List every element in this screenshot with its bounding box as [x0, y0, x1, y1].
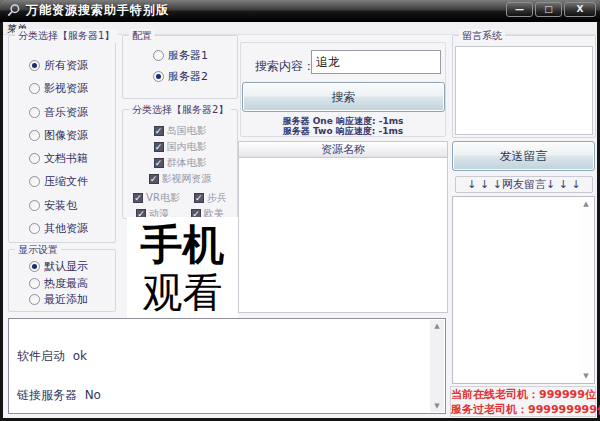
- radio-all-resources[interactable]: 所有资源: [29, 58, 113, 73]
- group-config: 配置 服务器1 服务器2: [122, 35, 238, 99]
- radio-document-resources[interactable]: 文档书籍: [29, 151, 113, 166]
- maximize-button[interactable]: □: [535, 2, 562, 17]
- checkbox-movie-site-resources[interactable]: 影视网资源: [149, 172, 212, 186]
- radio-dot: [29, 294, 40, 305]
- server-two-status: 服务器 Two 响应速度: -1ms: [241, 125, 445, 138]
- log-line-server: 链接服务器 No: [17, 389, 101, 402]
- results-list[interactable]: 资源名称: [238, 141, 448, 313]
- radio-dot: [153, 71, 164, 82]
- checkbox-box: [154, 126, 164, 136]
- checkbox-box: [194, 193, 204, 203]
- scroll-up-icon[interactable]: ▲: [434, 322, 439, 330]
- checkbox-group-movies[interactable]: 群体电影: [154, 156, 207, 170]
- group-display-title: 显示设置: [15, 243, 61, 257]
- user-comments-label: ↓ ↓ ↓网友留言↓ ↓ ↓: [455, 176, 593, 193]
- group-display-settings: 显示设置 默认显示 热度最高 最近添加: [8, 249, 116, 312]
- radio-dot: [29, 200, 40, 211]
- app-window: 万能资源搜索助手特别版 — □ X 菜单 分类选择【服务器1】 所有资源 影视资…: [0, 0, 600, 421]
- radio-image-resources[interactable]: 图像资源: [29, 128, 113, 143]
- checkbox-box: [133, 193, 143, 203]
- log-scrollbar[interactable]: ▲ ▼: [430, 320, 444, 412]
- radio-dot: [29, 153, 40, 164]
- user-comments-area[interactable]: ▲ ▼: [452, 196, 595, 384]
- checkbox-vr-movies[interactable]: VR电影: [133, 191, 180, 205]
- log-line-startup: 软件启动 ok: [17, 350, 101, 363]
- radio-hottest[interactable]: 热度最高: [29, 276, 113, 291]
- scroll-down-icon[interactable]: ▼: [583, 372, 588, 380]
- group-server1-categories: 分类选择【服务器1】 所有资源 影视资源 音乐资源 图像资源 文档书籍 压缩文件…: [8, 35, 116, 243]
- radio-dot: [29, 130, 40, 141]
- log-area[interactable]: 软件启动 ok 链接服务器 No ▲ ▼: [8, 318, 446, 414]
- group-config-title: 配置: [129, 29, 155, 43]
- radio-dot: [29, 261, 40, 272]
- comments-scrollbar[interactable]: ▲ ▼: [579, 198, 593, 382]
- group-message-title: 留言系统: [459, 29, 505, 43]
- radio-dot: [29, 278, 40, 289]
- radio-music-resources[interactable]: 音乐资源: [29, 105, 113, 120]
- watermark-line1: 手机: [141, 221, 225, 269]
- scroll-down-icon[interactable]: ▼: [434, 402, 439, 410]
- search-panel: 搜索内容： 搜索 服务器 One 响应速度: -1ms 服务器 Two 响应速度…: [240, 42, 446, 137]
- radio-dot: [29, 60, 40, 71]
- online-drivers-count: 当前在线老司机：999999位: [451, 387, 595, 402]
- search-button[interactable]: 搜索: [242, 82, 445, 112]
- checkbox-bubing[interactable]: 步兵: [194, 191, 227, 205]
- served-drivers-count: 服务过老司机：999999999位: [451, 402, 595, 417]
- checkbox-island-movies[interactable]: 岛国电影: [154, 124, 207, 138]
- minimize-button[interactable]: —: [506, 2, 533, 17]
- window-title: 万能资源搜索助手特别版: [26, 2, 169, 19]
- search-input[interactable]: [311, 50, 441, 74]
- checkbox-domestic-movies[interactable]: 国内电影: [154, 140, 207, 154]
- radio-video-resources[interactable]: 影视资源: [29, 81, 113, 96]
- radio-server1[interactable]: 服务器1: [153, 48, 208, 63]
- message-input-area[interactable]: [455, 46, 593, 135]
- search-icon: [6, 3, 21, 18]
- search-label: 搜索内容：: [255, 58, 315, 75]
- mobile-watch-watermark: 手机 观看: [127, 217, 238, 318]
- radio-default-display[interactable]: 默认显示: [29, 259, 113, 274]
- radio-archive-resources[interactable]: 压缩文件: [29, 174, 113, 189]
- radio-dot: [29, 83, 40, 94]
- radio-dot: [29, 107, 40, 118]
- title-bar: 万能资源搜索助手特别版 — □ X: [0, 0, 600, 22]
- watermark-line2: 观看: [143, 269, 223, 315]
- client-area: 菜单 分类选择【服务器1】 所有资源 影视资源 音乐资源 图像资源 文档书籍 压…: [3, 22, 597, 418]
- radio-dot: [29, 176, 40, 187]
- send-message-button[interactable]: 发送留言: [452, 141, 595, 171]
- results-header[interactable]: 资源名称: [238, 141, 448, 158]
- checkbox-box: [149, 174, 159, 184]
- radio-recently-added[interactable]: 最近添加: [29, 292, 113, 307]
- group-server1-title: 分类选择【服务器1】: [15, 29, 117, 43]
- radio-installer-resources[interactable]: 安装包: [29, 198, 113, 213]
- checkbox-box: [154, 158, 164, 168]
- group-message-system: 留言系统: [452, 35, 596, 138]
- scroll-up-icon[interactable]: ▲: [583, 200, 588, 208]
- group-server2-categories: 分类选择【服务器2】 岛国电影 国内电影 群体电影 影视网资源 VR电影 步兵 …: [122, 109, 238, 219]
- radio-other-resources[interactable]: 其他资源: [29, 221, 113, 236]
- checkbox-box: [154, 142, 164, 152]
- radio-dot: [29, 223, 40, 234]
- radio-server2[interactable]: 服务器2: [153, 69, 208, 84]
- stats-box: 当前在线老司机：999999位 服务过老司机：999999999位: [450, 386, 596, 417]
- window-controls: — □ X: [506, 0, 596, 22]
- group-server2-title: 分类选择【服务器2】: [129, 103, 231, 117]
- radio-dot: [153, 50, 164, 61]
- close-button[interactable]: X: [564, 2, 596, 17]
